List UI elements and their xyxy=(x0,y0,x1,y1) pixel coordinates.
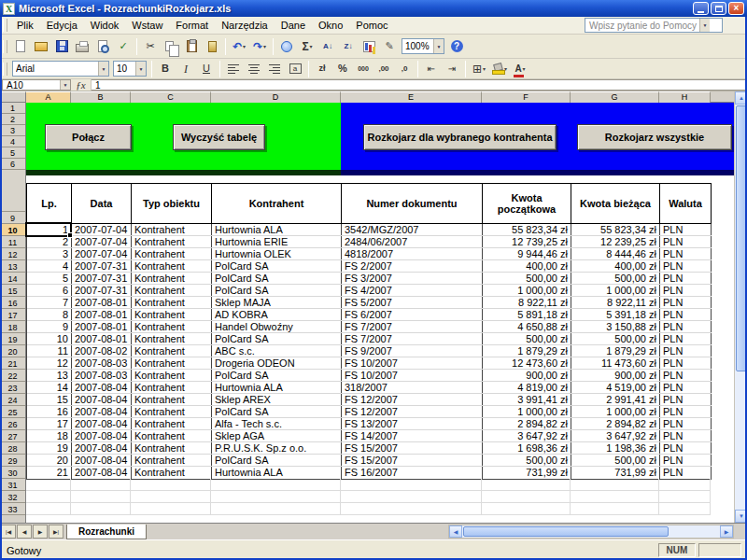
cell[interactable]: Kontrahent xyxy=(132,370,212,381)
cell[interactable]: 2007-08-02 xyxy=(72,345,132,357)
restore-button[interactable] xyxy=(711,2,726,15)
align-left-button[interactable] xyxy=(223,60,244,78)
column-header-E[interactable]: E xyxy=(341,91,482,103)
empty-cell[interactable] xyxy=(571,503,659,515)
cell[interactable]: FS 5/2007 xyxy=(342,297,483,308)
align-right-button[interactable] xyxy=(264,60,285,78)
cell[interactable]: FS 10/2007 xyxy=(342,357,483,369)
cell[interactable]: Hurtownia OLEK xyxy=(212,248,342,259)
cell[interactable]: Kontrahent xyxy=(132,260,212,272)
cell[interactable]: 2007-08-01 xyxy=(72,297,132,308)
cell[interactable]: 2007-08-01 xyxy=(72,321,132,332)
cell[interactable]: PLN xyxy=(660,321,712,332)
cell[interactable]: 20 xyxy=(27,455,72,466)
font-name-combo[interactable]: Arial▼ xyxy=(12,61,109,77)
cell[interactable]: 2 894,82 zł xyxy=(483,418,571,429)
cell[interactable]: 3 150,88 zł xyxy=(571,321,660,332)
cell[interactable]: PLN xyxy=(660,333,712,344)
cell[interactable]: PLN xyxy=(660,309,712,320)
cell[interactable]: PLN xyxy=(660,394,712,405)
cell[interactable]: 900,00 zł xyxy=(571,370,660,381)
cell[interactable]: PolCard SA xyxy=(212,260,342,272)
cell[interactable]: 500,00 zł xyxy=(483,273,571,284)
empty-cell[interactable] xyxy=(211,479,341,491)
cell[interactable]: PLN xyxy=(660,297,712,308)
row-header-3[interactable]: 3 xyxy=(0,125,25,136)
drawing-button[interactable]: ✎ xyxy=(379,37,400,56)
table-header-cell[interactable]: Data xyxy=(72,184,132,223)
row-header-19[interactable]: 19 xyxy=(0,333,25,345)
sort-asc-button[interactable]: A↓ xyxy=(317,37,338,56)
font-size-combo[interactable]: 10▼ xyxy=(113,61,147,77)
row-header-20[interactable]: 20 xyxy=(0,345,25,357)
cell[interactable]: 19 xyxy=(27,442,72,454)
cell[interactable]: PolCard SA xyxy=(212,455,342,466)
cell[interactable]: Kontrahent xyxy=(132,430,212,441)
cell[interactable]: PLN xyxy=(660,370,712,381)
autosum-button[interactable]: Σ▾ xyxy=(297,37,317,56)
cell[interactable]: FS 6/2007 xyxy=(342,309,483,320)
merge-center-button[interactable]: a xyxy=(285,60,305,78)
cell[interactable]: 3 647,92 zł xyxy=(571,430,660,441)
cell[interactable]: 9 944,46 zł xyxy=(483,248,571,259)
chevron-down-icon[interactable]: ▾ xyxy=(483,65,486,72)
scroll-up-icon[interactable]: ▲ xyxy=(735,91,747,105)
cell[interactable]: FS 13/2007 xyxy=(342,418,483,429)
cell[interactable]: 400,00 zł xyxy=(483,260,571,272)
cell[interactable]: PLN xyxy=(660,224,712,235)
cell[interactable]: 2007-07-31 xyxy=(72,260,132,272)
currency-button[interactable]: zł xyxy=(312,60,332,78)
cell[interactable]: 2 xyxy=(27,236,72,247)
cell[interactable]: Kontrahent xyxy=(132,467,212,479)
toolbar-drag-handle[interactable] xyxy=(3,63,7,76)
cell[interactable]: 3 xyxy=(27,248,72,259)
cell[interactable]: Sklep MAJA xyxy=(212,297,342,308)
row-header-1[interactable]: 1 xyxy=(0,103,25,114)
cell[interactable]: FS 12/2007 xyxy=(342,406,483,417)
cell[interactable]: FS 12/2007 xyxy=(342,394,483,405)
cell[interactable]: 15 xyxy=(27,394,72,405)
selected-cell-A10[interactable] xyxy=(25,222,72,237)
cell[interactable]: Hurtownia ERIE xyxy=(212,236,342,247)
select-all-corner[interactable] xyxy=(0,91,26,102)
cell[interactable]: Kontrahent xyxy=(132,309,212,320)
paste-button[interactable] xyxy=(181,37,202,56)
cell[interactable]: 3 647,92 zł xyxy=(483,430,571,441)
first-sheet-button[interactable]: |◀ xyxy=(1,525,16,539)
empty-cell[interactable] xyxy=(211,503,341,515)
row-header-30[interactable]: 30 xyxy=(0,467,25,479)
row-header-33[interactable]: 33 xyxy=(0,503,25,515)
cell[interactable]: FS 16/2007 xyxy=(342,467,483,479)
percent-button[interactable]: % xyxy=(332,60,353,78)
row-header-9[interactable]: 9 xyxy=(0,212,25,224)
menu-wstaw[interactable]: Wstaw xyxy=(125,17,169,34)
empty-cell[interactable] xyxy=(571,491,659,503)
cell[interactable]: 4818/2007 xyxy=(342,248,483,259)
cell[interactable]: 8 922,11 zł xyxy=(571,297,660,308)
scroll-down-icon[interactable]: ▼ xyxy=(735,510,747,523)
cell[interactable]: 7 xyxy=(27,297,72,308)
column-header-H[interactable]: H xyxy=(659,91,711,103)
vertical-scroll-thumb[interactable] xyxy=(736,105,747,371)
bold-button[interactable]: B xyxy=(155,60,176,78)
cell[interactable]: 4 519,00 zł xyxy=(571,382,660,393)
borders-button[interactable]: ⊞▾ xyxy=(469,60,489,78)
minimize-button[interactable] xyxy=(693,2,709,15)
empty-cell[interactable] xyxy=(341,503,482,515)
cell[interactable]: 5 xyxy=(27,273,72,284)
cell[interactable]: 2007-08-04 xyxy=(72,382,132,393)
cell[interactable]: 2007-07-04 xyxy=(72,248,132,259)
cell[interactable]: 2007-07-31 xyxy=(72,285,132,296)
help-question-box[interactable]: Wpisz pytanie do Pomocy ▼ xyxy=(585,18,723,33)
scroll-right-icon[interactable]: ▶ xyxy=(720,525,733,538)
cell[interactable]: 400,00 zł xyxy=(571,260,660,272)
decrease-decimal-button[interactable]: ,0 xyxy=(394,60,415,78)
cell[interactable]: 500,00 zł xyxy=(483,333,571,344)
copy-button[interactable] xyxy=(161,37,181,56)
fill-color-button[interactable]: ▾ xyxy=(489,60,510,78)
align-center-button[interactable] xyxy=(244,60,264,78)
row-header-12[interactable]: 12 xyxy=(0,248,25,260)
spelling-button[interactable]: ✓ xyxy=(113,37,134,56)
empty-cell[interactable] xyxy=(659,491,711,503)
chevron-down-icon[interactable]: ▼ xyxy=(433,39,444,53)
